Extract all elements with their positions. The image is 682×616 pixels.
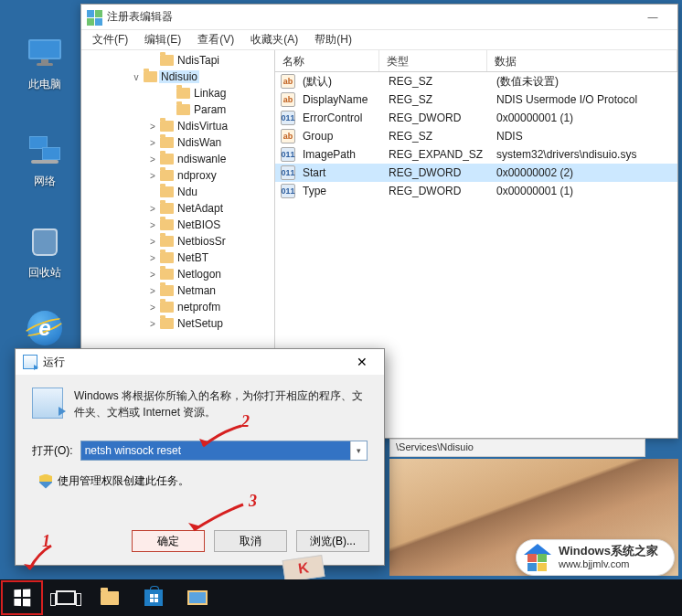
desktop-icon-ie[interactable] [13,309,77,351]
open-input[interactable] [81,441,350,460]
run-titlebar[interactable]: 运行 [16,349,384,375]
regedit-title: 注册表编辑器 [107,9,173,25]
tree-item[interactable]: >NetBIOS [81,217,274,233]
tree-item[interactable]: >NetAdapt [81,200,274,217]
tree-item[interactable]: Param [81,101,274,118]
tree-item[interactable]: >netprofm [81,299,274,315]
listview-row[interactable]: abGroupREG_SZNDIS [275,127,677,145]
close-button[interactable] [344,351,380,373]
regedit-titlebar[interactable]: 注册表编辑器 — [81,5,677,30]
expand-icon[interactable]: > [147,319,158,329]
run-dialog: 运行 Windows 将根据你所输入的名称，为你打开相应的程序、文件夹、文档或 … [15,348,385,566]
dropdown-button[interactable]: ▾ [350,441,367,460]
cell-name: ErrorControl [295,112,381,124]
expand-icon[interactable]: > [147,270,158,280]
tree-item[interactable]: NdisTapi [81,52,274,69]
tree-item[interactable]: Ndu [81,184,274,200]
minimize-button[interactable]: — [634,6,672,27]
listview-row[interactable]: 011ImagePathREG_EXPAND_SZsystem32\driver… [275,145,677,164]
tree-label: ndproxy [176,169,218,182]
cell-name: (默认) [295,74,381,90]
start-button[interactable] [0,579,44,616]
tree-item[interactable]: >ndproxy [81,167,274,184]
tree-item[interactable]: >Netlogon [81,266,274,282]
menu-view[interactable]: 查看(V) [190,30,241,49]
folder-icon [160,318,174,329]
ok-button[interactable]: 确定 [132,530,205,552]
listview-row[interactable]: 011TypeREG_DWORD0x00000001 (1) [275,182,677,200]
folder-icon [160,219,174,230]
menu-help[interactable]: 帮助(H) [307,30,359,49]
expand-icon[interactable]: > [147,204,158,214]
tree-item[interactable]: >NdisWan [81,134,274,151]
tree-item[interactable]: >ndiswanle [81,151,274,167]
cell-type: REG_SZ [381,75,489,88]
tree-item[interactable]: vNdisuio [81,69,274,85]
expand-icon[interactable]: > [147,122,158,132]
menu-file[interactable]: 文件(F) [85,30,135,49]
value-type-icon: ab [281,92,295,107]
desktop-icon-network[interactable]: 网络 [13,132,77,189]
value-type-icon: 011 [281,165,295,180]
run-icon [23,355,37,369]
background-element: K [282,555,325,582]
expand-icon[interactable]: v [131,72,142,82]
tree-item[interactable]: >NdisVirtua [81,118,274,134]
expand-icon[interactable]: > [147,138,158,148]
tree-label: Ndu [176,186,199,198]
expand-icon[interactable]: > [147,286,158,296]
cell-data: 0x00000001 (1) [489,112,677,124]
cell-name: Type [295,185,381,197]
listview-row[interactable]: 011ErrorControlREG_DWORD0x00000001 (1) [275,109,677,127]
explorer-window-taskbar[interactable] [176,579,219,616]
tree-item[interactable]: >Netman [81,282,274,299]
listview-row[interactable]: 011StartREG_DWORD0x00000002 (2) [275,164,677,182]
expand-icon[interactable]: > [147,154,158,165]
expand-icon[interactable]: > [147,171,158,181]
expand-icon[interactable]: > [147,253,158,263]
folder-icon [176,104,190,115]
menu-edit[interactable]: 编辑(E) [137,30,188,49]
tree-item[interactable]: >NetSetup [81,315,274,332]
value-type-icon: 011 [281,147,295,162]
taskview-icon [56,590,76,605]
expand-icon[interactable]: > [147,237,158,247]
regedit-icon [87,10,101,25]
col-data[interactable]: 数据 [487,50,677,71]
folder-icon [160,186,174,197]
listview-row[interactable]: abDisplayNameREG_SZNDIS Usermode I/O Pro… [275,90,677,109]
shield-icon [39,474,52,489]
cell-type: REG_DWORD [381,112,489,124]
tree-label: Ndisuio [159,70,199,83]
tree-item[interactable]: Linkag [81,85,274,101]
cancel-button[interactable]: 取消 [214,530,287,552]
expand-icon[interactable]: > [147,220,158,230]
listview-row[interactable]: ab(默认)REG_SZ(数值未设置) [275,72,677,90]
expand-icon[interactable]: > [147,303,158,313]
cell-data: system32\drivers\ndisuio.sys [489,148,677,161]
desktop-icon-recycle-bin[interactable]: 回收站 [13,223,77,281]
open-combobox: ▾ [80,441,368,461]
badge-title: Windows系统之家 [559,545,658,558]
value-type-icon: ab [281,74,295,89]
store-taskbar[interactable] [132,579,176,616]
folder-icon [160,121,174,132]
cell-name: DisplayName [295,93,381,106]
tree-label: NetbiosSr [176,235,228,248]
tree-item[interactable]: >NetbiosSr [81,233,274,250]
browse-button[interactable]: 浏览(B)... [296,530,369,552]
menu-favorites[interactable]: 收藏夹(A) [243,30,305,49]
col-name[interactable]: 名称 [275,50,379,71]
value-type-icon: 011 [281,111,295,125]
col-type[interactable]: 类型 [379,50,487,71]
tree-item[interactable]: >NetBT [81,250,274,266]
cell-name: ImagePath [295,148,381,161]
cell-name: Start [295,166,381,179]
desktop-label: 回收站 [13,265,77,281]
desktop-label: 此电脑 [13,77,77,92]
file-explorer-taskbar[interactable] [88,579,132,616]
tree-label: NetBIOS [176,218,222,231]
taskview-button[interactable] [44,579,88,616]
desktop-icon-this-pc[interactable]: 此电脑 [13,35,77,92]
folder-icon [160,55,174,66]
